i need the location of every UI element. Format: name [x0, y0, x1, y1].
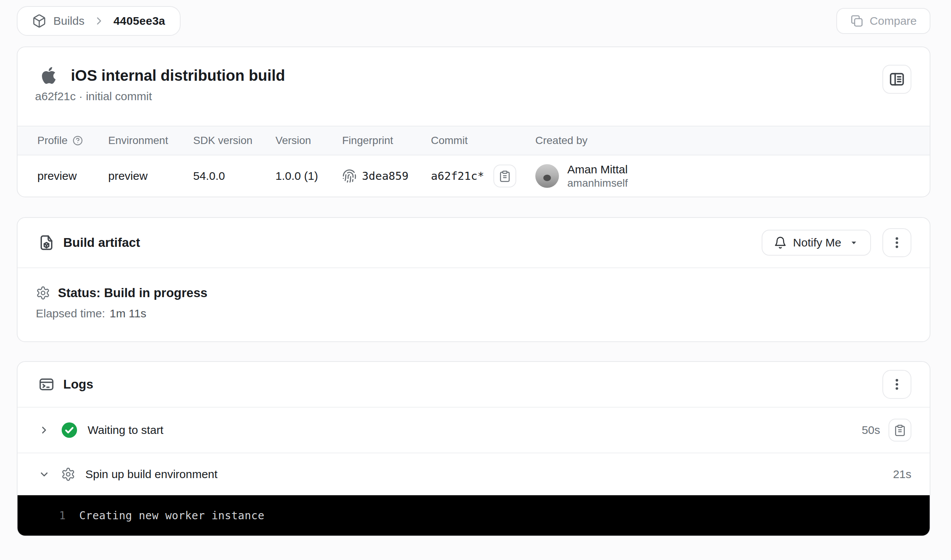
fingerprint-icon — [342, 169, 357, 183]
build-status-block: Status: Build in progress Elapsed time:1… — [18, 268, 930, 341]
build-artifact-header: Build artifact Notify Me — [18, 218, 930, 268]
build-summary-header: iOS internal distribution build a62f21c … — [18, 47, 930, 126]
cell-created-by: Aman Mittal amanhimself — [534, 162, 911, 190]
creator-username: amanhimself — [567, 177, 628, 190]
header-created-by: Created by — [534, 134, 911, 147]
build-title: iOS internal distribution build — [71, 65, 285, 86]
cell-environment: preview — [107, 170, 192, 182]
build-detail-page: Builds 4405ee3a Compare iOS internal dis… — [0, 0, 951, 536]
step-duration: 21s — [893, 468, 911, 481]
elapsed-time-value: 1m 11s — [110, 307, 146, 320]
header-version: Version — [274, 134, 341, 147]
chevron-right-icon — [93, 15, 105, 27]
breadcrumb: Builds 4405ee3a — [17, 6, 181, 36]
notify-me-button[interactable]: Notify Me — [762, 230, 871, 256]
help-circle-icon[interactable] — [72, 135, 83, 146]
chevron-down-icon — [38, 468, 50, 480]
build-commit-subtitle: a62f21c · initial commit — [35, 88, 285, 104]
details-panel-toggle-button[interactable] — [882, 65, 911, 94]
gear-icon — [36, 286, 50, 300]
caret-down-icon — [849, 238, 859, 248]
header-profile: Profile — [37, 134, 67, 147]
side-panel-icon — [889, 71, 905, 88]
clipboard-icon — [498, 170, 511, 182]
details-table-header: Profile Environment SDK version Version … — [18, 126, 930, 155]
fingerprint-hash: 3dea859 — [362, 170, 408, 182]
compare-button[interactable]: Compare — [836, 8, 930, 34]
commit-hash: a62f21c* — [431, 170, 484, 182]
log-line-number: 1 — [44, 509, 66, 522]
step-duration: 50s — [862, 424, 880, 437]
compare-button-label: Compare — [870, 14, 917, 27]
copy-step-logs-button[interactable] — [889, 419, 911, 442]
log-terminal-output: 1 Creating new worker instance — [18, 495, 930, 536]
header-sdk-version: SDK version — [192, 134, 274, 147]
step-label: Spin up build environment — [85, 468, 218, 481]
check-circle-icon — [61, 422, 78, 438]
breadcrumb-builds-link[interactable]: Builds — [32, 14, 85, 28]
cell-sdk-version: 54.0.0 — [192, 170, 274, 182]
build-artifact-card: Build artifact Notify Me — [17, 217, 930, 342]
step-label: Waiting to start — [88, 424, 163, 437]
creator-name: Aman Mittal — [567, 162, 628, 177]
build-summary-card: iOS internal distribution build a62f21c … — [17, 46, 930, 197]
logs-menu-button[interactable] — [882, 370, 911, 399]
bell-icon — [774, 236, 787, 249]
notify-me-label: Notify Me — [793, 236, 841, 249]
copy-commit-button[interactable] — [493, 165, 516, 187]
elapsed-time-label: Elapsed time: — [36, 307, 105, 320]
cube-icon — [32, 14, 46, 28]
kebab-menu-icon — [889, 377, 905, 392]
log-step-waiting-to-start[interactable]: Waiting to start 50s — [18, 408, 930, 453]
build-title-block: iOS internal distribution build a62f21c … — [35, 65, 285, 104]
gear-icon — [61, 467, 75, 482]
chevron-right-icon — [38, 424, 50, 436]
elapsed-time-line: Elapsed time:1m 11s — [36, 307, 911, 320]
breadcrumb-root-label: Builds — [53, 14, 85, 27]
clipboard-icon — [893, 424, 906, 437]
build-status-text: Status: Build in progress — [58, 286, 207, 300]
log-step-spin-up-build-environment[interactable]: Spin up build environment 21s — [18, 453, 930, 495]
cell-fingerprint: 3dea859 — [341, 169, 429, 183]
cell-profile: preview — [36, 170, 107, 182]
header-fingerprint: Fingerprint — [341, 134, 429, 147]
details-table-row: preview preview 54.0.0 1.0.0 (1) 3dea859… — [18, 155, 930, 197]
logs-header: Logs — [18, 362, 930, 408]
header-commit: Commit — [429, 134, 534, 147]
logs-title: Logs — [63, 377, 93, 392]
topbar: Builds 4405ee3a Compare — [17, 6, 930, 36]
breadcrumb-current-build-id: 4405ee3a — [114, 14, 165, 27]
header-environment: Environment — [107, 134, 192, 147]
apple-icon — [40, 67, 57, 84]
cell-commit: a62f21c* — [429, 165, 534, 187]
file-box-icon — [38, 234, 55, 251]
terminal-icon — [38, 376, 55, 393]
build-artifact-title: Build artifact — [63, 235, 140, 250]
cell-version: 1.0.0 (1) — [274, 170, 341, 182]
log-line-text: Creating new worker instance — [79, 509, 264, 522]
compare-icon — [850, 14, 864, 28]
creator-avatar — [535, 164, 559, 188]
kebab-menu-icon — [889, 235, 905, 250]
logs-card: Logs Waiting to start 50s — [17, 361, 930, 536]
log-line: 1 Creating new worker instance — [18, 509, 930, 522]
artifact-menu-button[interactable] — [882, 228, 911, 257]
